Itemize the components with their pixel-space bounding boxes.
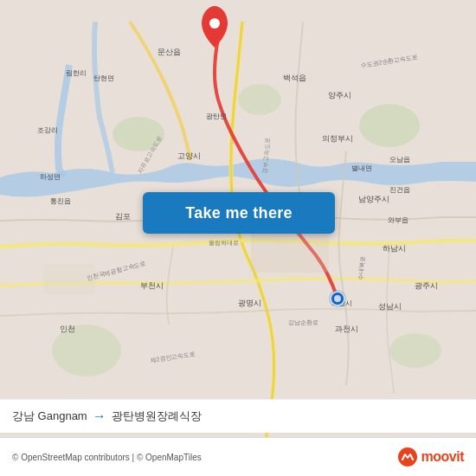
svg-text:진건읍: 진건읍 bbox=[389, 186, 410, 194]
svg-text:인천: 인천 bbox=[60, 325, 75, 333]
route-origin: 강남 Gangnam bbox=[12, 408, 87, 424]
svg-text:하성면: 하성면 bbox=[40, 173, 61, 181]
svg-point-45 bbox=[329, 290, 346, 307]
svg-point-3 bbox=[359, 104, 420, 147]
svg-text:강남순환로: 강남순환로 bbox=[288, 319, 318, 326]
svg-text:탄현면: 탄현면 bbox=[93, 74, 114, 82]
route-arrow-icon: → bbox=[93, 408, 106, 424]
copyright-text: © OpenStreetMap contributors | © OpenMap… bbox=[12, 453, 202, 462]
copyright-section: © OpenStreetMap contributors | © OpenMap… bbox=[12, 453, 202, 462]
svg-text:별내면: 별내면 bbox=[351, 164, 372, 172]
svg-point-42 bbox=[209, 18, 220, 29]
bottom-bar: © OpenStreetMap contributors | © OpenMap… bbox=[0, 437, 476, 476]
moovit-logo-icon bbox=[397, 447, 418, 467]
svg-text:과천시: 과천시 bbox=[335, 325, 358, 333]
svg-text:오남읍: 오남읍 bbox=[389, 156, 410, 164]
moovit-branding: moovit bbox=[397, 447, 464, 467]
svg-text:성남시: 성남시 bbox=[378, 302, 402, 311]
svg-text:광탄면: 광탄면 bbox=[206, 113, 227, 120]
route-destination: 광탄병원장례식장 bbox=[112, 408, 202, 424]
svg-text:고양시: 고양시 bbox=[177, 151, 201, 160]
svg-text:김포: 김포 bbox=[115, 212, 131, 221]
route-info-bar: 강남 Gangnam → 광탄병원장례식장 bbox=[0, 399, 476, 433]
svg-point-2 bbox=[238, 84, 281, 115]
moovit-text: moovit bbox=[421, 449, 464, 465]
svg-text:광명시: 광명시 bbox=[238, 299, 261, 307]
svg-text:조강리: 조강리 bbox=[37, 126, 58, 134]
svg-text:의정부시: 의정부시 bbox=[322, 134, 353, 143]
route-origin-dest: 강남 Gangnam → 광탄병원장례식장 bbox=[12, 408, 202, 424]
take-me-there-button[interactable]: Take me there bbox=[143, 192, 335, 234]
svg-text:와부읍: 와부읍 bbox=[388, 216, 408, 224]
svg-text:남양주시: 남양주시 bbox=[358, 195, 389, 203]
svg-text:통진읍: 통진읍 bbox=[50, 197, 71, 205]
svg-text:양주시: 양주시 bbox=[328, 91, 351, 100]
svg-text:백석읍: 백석읍 bbox=[283, 74, 306, 82]
svg-text:광주시: 광주시 bbox=[415, 281, 438, 290]
svg-text:림한리: 림한리 bbox=[66, 69, 87, 77]
svg-text:올림픽대로: 올림픽대로 bbox=[209, 240, 239, 247]
svg-text:하남시: 하남시 bbox=[383, 244, 406, 253]
svg-point-4 bbox=[389, 333, 441, 368]
svg-text:문산읍: 문산읍 bbox=[158, 48, 181, 56]
svg-text:부천시: 부천시 bbox=[140, 281, 164, 290]
